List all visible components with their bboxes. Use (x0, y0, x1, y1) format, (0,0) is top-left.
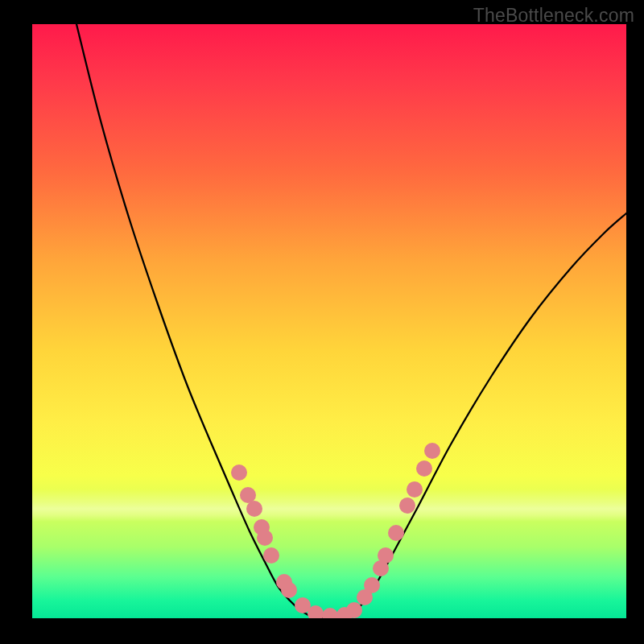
scatter-dot (246, 501, 262, 517)
scatter-dot (424, 443, 440, 459)
watermark-text: TheBottleneck.com (473, 5, 634, 27)
series-left-curve (76, 24, 310, 616)
plot-area (32, 24, 626, 618)
scatter-dot (322, 608, 338, 618)
chart-frame: TheBottleneck.com (0, 0, 644, 644)
scatter-dot (399, 497, 415, 514)
scatter-dot (346, 602, 362, 618)
scatter-dot (240, 487, 256, 503)
scatter-group (231, 443, 440, 618)
scatter-dot (281, 582, 297, 598)
scatter-dot (364, 577, 380, 593)
scatter-dot (388, 525, 404, 541)
scatter-dot (257, 530, 273, 546)
chart-svg (32, 24, 626, 618)
scatter-dot (263, 547, 279, 564)
scatter-dot (416, 460, 432, 477)
scatter-dot (231, 464, 247, 481)
scatter-dot (407, 481, 423, 497)
scatter-dot (378, 547, 394, 564)
line-series-group (76, 24, 626, 617)
